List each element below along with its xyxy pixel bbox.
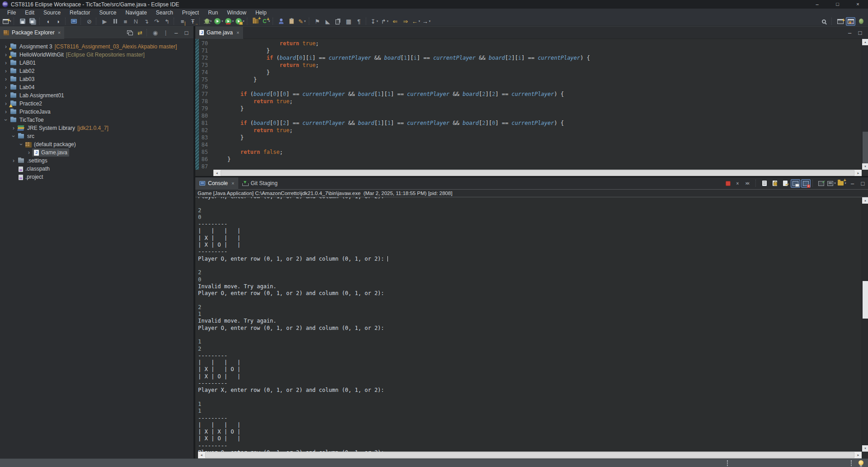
menu-run[interactable]: Run	[203, 9, 222, 17]
maximize-view-icon[interactable]: □	[855, 29, 865, 37]
table-view-icon[interactable]: ▦	[344, 17, 354, 26]
menu-search[interactable]: Search	[151, 9, 178, 17]
minimize-button[interactable]: –	[807, 0, 827, 9]
minimize-view-icon[interactable]: –	[171, 29, 181, 37]
line-number[interactable]: 73	[199, 62, 214, 69]
tree-item-jre-system-library[interactable]: ›JRE System Library[jdk21.0.4_7]	[0, 124, 193, 132]
copy-view-icon[interactable]	[334, 17, 343, 26]
chevron-right-icon[interactable]: ›	[3, 60, 9, 66]
push-swoosh-icon[interactable]: ◗	[54, 17, 63, 26]
new-wizard-icon[interactable]: ▾	[2, 17, 12, 26]
line-number[interactable]: 75	[199, 76, 214, 83]
close-icon[interactable]: ×	[236, 30, 239, 35]
scroll-left-icon[interactable]: ◂	[198, 452, 205, 458]
tree-item-src[interactable]: ›src	[0, 132, 193, 140]
tree-item-content[interactable]: Lab03	[9, 75, 36, 83]
dropdown-arrow-icon[interactable]: ▾	[377, 19, 378, 23]
remove-all-launches-icon[interactable]	[744, 179, 754, 188]
clear-console-icon[interactable]	[760, 179, 769, 188]
java-perspective-icon[interactable]	[846, 17, 855, 26]
tree-item-helloworldwithgit[interactable]: ›HelloWorldWithGit[Eclipse Git Repositor…	[0, 51, 193, 59]
chevron-right-icon[interactable]: ›	[3, 68, 9, 74]
coverage-icon[interactable]: ▾	[225, 17, 235, 26]
console-output[interactable]: Player X, enter row (0, 1, or 2) and col…	[195, 197, 862, 452]
disconnect-icon[interactable]: N	[131, 17, 141, 26]
tree-item-practice2[interactable]: ›Practice2	[0, 100, 193, 108]
chevron-down-icon[interactable]: ›	[18, 141, 24, 148]
tree-item-content[interactable]: (default package)	[24, 140, 78, 148]
back-annotation-icon[interactable]: ⇐	[391, 17, 400, 26]
dropdown-arrow-icon[interactable]: ▾	[429, 19, 431, 23]
flag-icon[interactable]: ⚑	[313, 17, 322, 26]
scroll-up-icon[interactable]: ▴	[862, 197, 868, 204]
terminate-button[interactable]	[723, 179, 733, 188]
show-whitespace-icon[interactable]: ¶	[354, 17, 364, 26]
back-icon[interactable]: ←▾	[411, 17, 421, 26]
dropdown-arrow-icon[interactable]: ▾	[210, 19, 212, 23]
close-icon[interactable]: ×	[58, 30, 61, 35]
minimize-view-icon[interactable]: –	[848, 179, 857, 188]
run-external-icon[interactable]: ▾	[235, 17, 245, 26]
tree-item--settings[interactable]: ›.settings	[0, 157, 193, 165]
menu-navigate[interactable]: Navigate	[121, 9, 151, 17]
display-console-icon[interactable]: ▾	[827, 179, 836, 188]
view-menu-icon[interactable]: ⋮	[161, 29, 170, 37]
status-drag-handle[interactable]	[727, 460, 728, 466]
scrollbar-thumb[interactable]	[863, 132, 868, 163]
step-return-icon[interactable]: ↰	[162, 17, 172, 26]
dropdown-arrow-icon[interactable]: ▾	[222, 19, 223, 23]
scrollbar-thumb[interactable]	[205, 452, 854, 458]
line-number[interactable]: 80	[199, 112, 214, 119]
last-edit-location-icon[interactable]: ↧▾	[370, 17, 379, 26]
scroll-right-icon[interactable]: ▸	[855, 170, 862, 176]
debug-perspective-icon[interactable]	[856, 17, 866, 26]
tree-item-content[interactable]: src	[17, 132, 36, 140]
new-class-icon[interactable]: ▾	[261, 17, 271, 26]
forward-icon[interactable]: →▾	[422, 17, 431, 26]
line-number[interactable]: 76	[199, 83, 214, 91]
open-task-icon[interactable]	[277, 17, 286, 26]
line-number[interactable]: 72	[199, 54, 214, 62]
scroll-left-icon[interactable]: ◂	[213, 170, 220, 176]
tree-item-content[interactable]: Game.java	[32, 148, 69, 157]
chevron-right-icon[interactable]: ›	[26, 149, 32, 156]
tree-item--default-package-[interactable]: ›(default package)	[0, 140, 193, 148]
close-icon[interactable]: ×	[231, 181, 234, 186]
close-button[interactable]: ×	[848, 0, 868, 9]
tree-item-assignment-3[interactable]: ›Assignment 3[CST8116_Assignment_03_Alex…	[0, 43, 193, 51]
tree-item-lab03[interactable]: ›Lab03	[0, 75, 193, 83]
line-number[interactable]: 86	[199, 156, 214, 163]
tree-item-content[interactable]: Lab04	[9, 83, 36, 91]
line-number[interactable]: 70	[199, 40, 214, 47]
tree-item--project[interactable]: ›.project	[0, 173, 193, 181]
tree-item-content[interactable]: Practice2	[9, 100, 44, 108]
tree-item-content[interactable]: Lab Assignment01	[9, 91, 66, 100]
search-icon[interactable]	[820, 17, 830, 26]
tab-package-explorer[interactable]: Package Explorer ×	[0, 27, 64, 39]
line-number[interactable]: 85	[199, 148, 214, 156]
pause-icon[interactable]	[110, 17, 120, 26]
new-java-project-icon[interactable]	[251, 17, 260, 26]
scroll-right-icon[interactable]: ▸	[855, 452, 862, 458]
build-icon[interactable]: ◣	[323, 17, 333, 26]
terminate-icon[interactable]: ■	[121, 17, 130, 26]
step-into-icon[interactable]: ↴	[142, 17, 151, 26]
maximize-view-icon[interactable]: □	[858, 179, 868, 188]
tree-item-content[interactable]: .settings	[17, 157, 49, 165]
tree-item-lab02[interactable]: ›Lab02	[0, 67, 193, 75]
line-number[interactable]: 78	[199, 98, 214, 105]
menu-help[interactable]: Help	[251, 9, 271, 17]
line-number[interactable]: 74	[199, 69, 214, 76]
tips-lightbulb-icon[interactable]	[859, 460, 863, 465]
tab-console[interactable]: Console ×	[195, 177, 238, 190]
tree-item-tictactoe[interactable]: ›TicTacToe	[0, 116, 193, 124]
dropdown-arrow-icon[interactable]: ▾	[419, 19, 420, 23]
console-vertical-scrollbar[interactable]: ▴ ▾	[862, 197, 868, 452]
dropdown-arrow-icon[interactable]: ▾	[304, 19, 306, 23]
tree-item--classpath[interactable]: ›.classpath	[0, 165, 193, 173]
menu-project[interactable]: Project	[178, 9, 203, 17]
tree-item-content[interactable]: .classpath	[17, 165, 52, 173]
line-number[interactable]: 77	[199, 91, 214, 98]
tab-git-staging[interactable]: Git Staging	[238, 177, 281, 190]
chevron-right-icon[interactable]: ›	[10, 125, 17, 131]
